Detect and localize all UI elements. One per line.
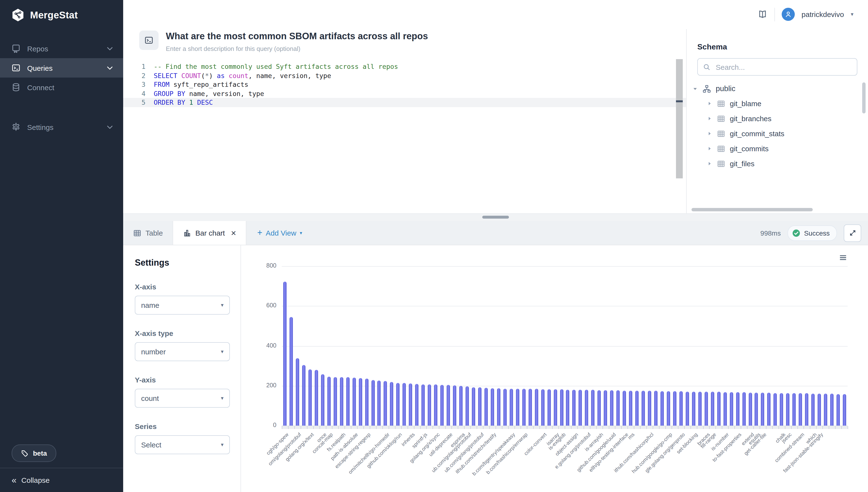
collapse-sidebar-button[interactable]: « Collapse bbox=[0, 468, 123, 492]
avatar[interactable] bbox=[782, 8, 795, 21]
bar[interactable] bbox=[793, 393, 796, 425]
bar[interactable] bbox=[705, 392, 708, 425]
bar[interactable] bbox=[799, 393, 802, 425]
code-line-4[interactable]: 4GROUP BY name, version, type bbox=[123, 89, 686, 98]
bar[interactable] bbox=[616, 390, 620, 425]
bar[interactable] bbox=[723, 392, 727, 425]
sql-editor[interactable]: 1-- Find the most commonly used Syft art… bbox=[123, 58, 686, 213]
bar[interactable] bbox=[396, 383, 400, 425]
tab-table[interactable]: Table bbox=[123, 221, 173, 245]
bar[interactable] bbox=[579, 390, 582, 425]
code-line-5[interactable]: 5ORDER BY 1 DESC bbox=[123, 98, 686, 107]
bar[interactable] bbox=[547, 389, 551, 425]
bar[interactable] bbox=[453, 385, 456, 425]
bar[interactable] bbox=[780, 393, 783, 425]
bar[interactable] bbox=[843, 394, 846, 425]
bar[interactable] bbox=[824, 394, 827, 425]
bar[interactable] bbox=[566, 390, 570, 425]
bar[interactable] bbox=[679, 391, 683, 425]
bar[interactable] bbox=[421, 385, 425, 425]
bar[interactable] bbox=[541, 389, 544, 425]
username[interactable]: patrickdevivo bbox=[801, 10, 844, 19]
bar[interactable] bbox=[296, 359, 299, 425]
sidebar-item-repos[interactable]: Repos bbox=[0, 39, 123, 58]
bar[interactable] bbox=[818, 394, 821, 425]
bar[interactable] bbox=[554, 389, 557, 425]
schema-vertical-scrollbar[interactable] bbox=[862, 82, 866, 114]
bar[interactable] bbox=[333, 377, 337, 425]
bar[interactable] bbox=[434, 385, 437, 425]
caret-right-icon[interactable] bbox=[707, 131, 712, 136]
tab-bar-chart[interactable]: Bar chart✕ bbox=[173, 221, 247, 245]
add-view-button[interactable]: + Add View ▾ bbox=[247, 221, 313, 245]
bar[interactable] bbox=[390, 382, 393, 425]
bar[interactable] bbox=[440, 385, 444, 425]
caret-down-icon[interactable] bbox=[693, 86, 698, 91]
bar[interactable] bbox=[359, 378, 362, 425]
drag-handle[interactable] bbox=[482, 216, 509, 219]
bar[interactable] bbox=[283, 281, 287, 425]
bar[interactable] bbox=[327, 377, 331, 425]
bar[interactable] bbox=[503, 389, 507, 425]
bar[interactable] bbox=[635, 391, 638, 425]
bar[interactable] bbox=[692, 391, 695, 425]
schema-search-input[interactable] bbox=[715, 62, 852, 72]
bar[interactable] bbox=[805, 393, 809, 425]
schema-table-git_branches[interactable]: git_branches bbox=[693, 111, 868, 126]
bar[interactable] bbox=[516, 389, 519, 425]
series-select[interactable]: Select▾ bbox=[135, 435, 230, 454]
bar[interactable] bbox=[642, 391, 645, 425]
bar[interactable] bbox=[742, 392, 746, 425]
bar[interactable] bbox=[629, 390, 632, 425]
bar[interactable] bbox=[717, 392, 720, 425]
bar[interactable] bbox=[673, 391, 676, 425]
bar[interactable] bbox=[510, 389, 513, 425]
bar[interactable] bbox=[585, 390, 588, 425]
bar[interactable] bbox=[497, 388, 501, 425]
query-description-placeholder[interactable]: Enter a short description for this query… bbox=[166, 45, 300, 52]
bar[interactable] bbox=[837, 394, 840, 425]
bar[interactable] bbox=[491, 388, 494, 425]
bar[interactable] bbox=[352, 378, 356, 425]
schema-horizontal-scrollbar[interactable] bbox=[692, 208, 813, 211]
chart-menu-icon[interactable] bbox=[838, 253, 848, 262]
bar[interactable] bbox=[302, 365, 306, 425]
brand[interactable]: MergeStat bbox=[0, 0, 123, 22]
bar[interactable] bbox=[459, 386, 463, 426]
panel-resize-divider[interactable] bbox=[123, 213, 868, 222]
caret-right-icon[interactable] bbox=[707, 116, 712, 121]
bar[interactable] bbox=[384, 381, 387, 425]
schema-root-public[interactable]: public bbox=[693, 81, 868, 96]
bar[interactable] bbox=[830, 394, 834, 425]
bar[interactable] bbox=[623, 390, 626, 425]
bar[interactable] bbox=[748, 392, 752, 425]
fullscreen-button[interactable] bbox=[844, 224, 861, 242]
bar[interactable] bbox=[610, 390, 614, 425]
bar[interactable] bbox=[592, 390, 595, 425]
bar[interactable] bbox=[774, 393, 777, 425]
x-axis-select[interactable]: name▾ bbox=[135, 296, 230, 315]
bar[interactable] bbox=[535, 389, 538, 425]
bar[interactable] bbox=[660, 391, 664, 425]
bar[interactable] bbox=[560, 389, 563, 425]
bar[interactable] bbox=[729, 392, 733, 425]
schema-table-git_commits[interactable]: git_commits bbox=[693, 141, 868, 156]
bar[interactable] bbox=[811, 394, 815, 425]
bar[interactable] bbox=[447, 385, 450, 425]
bar[interactable] bbox=[598, 390, 601, 425]
bar[interactable] bbox=[409, 384, 412, 425]
bar[interactable] bbox=[736, 392, 739, 425]
bar[interactable] bbox=[403, 383, 406, 425]
schema-table-git_blame[interactable]: git_blame bbox=[693, 96, 868, 111]
bar[interactable] bbox=[478, 388, 482, 425]
y-axis-select[interactable]: count▾ bbox=[135, 389, 230, 408]
query-title[interactable]: What are the most common SBOM artifacts … bbox=[166, 31, 428, 42]
bar[interactable] bbox=[654, 391, 657, 425]
code-line-1[interactable]: 1-- Find the most commonly used Syft art… bbox=[123, 62, 686, 71]
bar[interactable] bbox=[648, 391, 651, 425]
bar[interactable] bbox=[767, 393, 771, 425]
bar[interactable] bbox=[415, 384, 419, 425]
sidebar-item-connect[interactable]: Connect bbox=[0, 78, 123, 97]
bar[interactable] bbox=[378, 380, 381, 425]
bar[interactable] bbox=[465, 387, 469, 425]
